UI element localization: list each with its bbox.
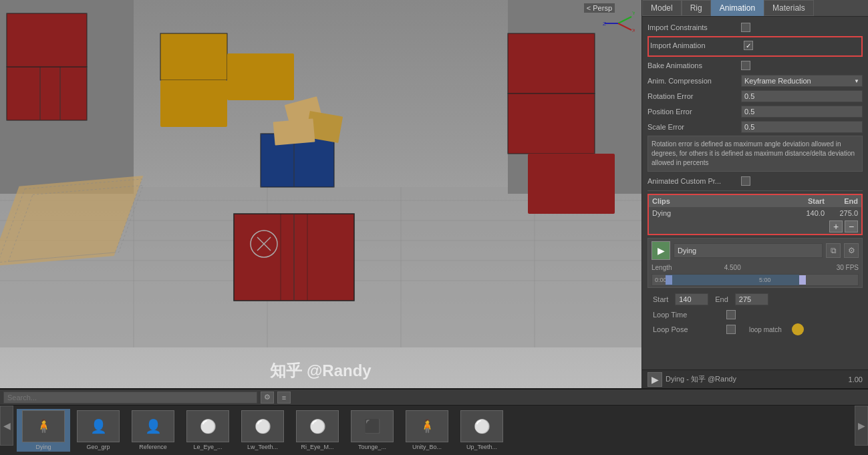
svg-rect-27 bbox=[273, 118, 315, 145]
bake-animations-row: Bake Animations bbox=[647, 59, 863, 72]
scale-error-label: Scale Error bbox=[647, 123, 741, 131]
asset-label-0: Dying bbox=[19, 444, 67, 450]
panel-play-button[interactable]: ▶ bbox=[647, 372, 662, 387]
import-animation-highlight: Import Animation bbox=[647, 36, 863, 57]
preview-play-button[interactable]: ▶ bbox=[652, 241, 670, 260]
clip-name: Dying bbox=[652, 209, 784, 217]
asset-label-4: Lw_Teeth... bbox=[239, 444, 287, 450]
import-constraints-checkbox[interactable] bbox=[741, 23, 750, 32]
position-error-label: Position Error bbox=[647, 108, 741, 116]
assets-prev-button[interactable]: ◀ bbox=[0, 406, 13, 446]
end-input[interactable] bbox=[735, 293, 768, 305]
anim-compression-dropdown[interactable]: Keyframe Reduction ▼ bbox=[741, 75, 863, 87]
loop-pose-checkbox[interactable] bbox=[726, 325, 736, 334]
asset-item-2[interactable]: 👤Reference bbox=[126, 409, 180, 452]
anim-compression-value: Keyframe Reduction bbox=[744, 77, 811, 85]
anim-compression-row: Anim. Compression Keyframe Reduction ▼ bbox=[647, 74, 863, 88]
asset-item-8[interactable]: ⚪Up_Teeth... bbox=[455, 409, 509, 452]
clip-start: 140.0 bbox=[784, 209, 825, 217]
loop-pose-row: Loop Pose loop match bbox=[647, 321, 863, 337]
import-animation-label: Import Animation bbox=[650, 41, 744, 49]
tab-animation[interactable]: Animation bbox=[711, 0, 764, 16]
asset-thumb-5: ⚪ bbox=[296, 410, 339, 442]
svg-rect-30 bbox=[508, 94, 595, 154]
scale-error-row: Scale Error bbox=[647, 120, 863, 134]
loop-time-label: Loop Time bbox=[653, 311, 720, 319]
clips-section: Clips Start End Dying 140.0 275.0 + − bbox=[647, 194, 863, 235]
animation-settings-button[interactable]: ⚙ bbox=[844, 243, 859, 258]
viewport-label: < Persp bbox=[584, 3, 615, 13]
asset-thumb-7: 🧍 bbox=[406, 410, 448, 442]
clip-end: 275.0 bbox=[825, 209, 858, 217]
tab-rig[interactable]: Rig bbox=[682, 0, 711, 16]
asset-item-5[interactable]: ⚪Ri_Eye_M... bbox=[291, 409, 344, 452]
add-clip-button[interactable]: + bbox=[829, 220, 843, 233]
assets-container: ◀ 🧍Dying👤Geo_grp👤Reference⚪Le_Eye_...⚪Lw… bbox=[0, 406, 868, 455]
asset-label-7: Unity_Bo... bbox=[403, 444, 451, 450]
asset-thumb-3: ⚪ bbox=[186, 410, 229, 442]
position-error-input[interactable] bbox=[741, 106, 863, 118]
clips-buttons: + − bbox=[649, 219, 861, 234]
rotation-error-label: Rotation Error bbox=[647, 92, 741, 100]
import-constraints-label: Import Constraints bbox=[647, 23, 741, 31]
asset-item-7[interactable]: 🧍Unity_Bo... bbox=[400, 409, 454, 452]
tab-model[interactable]: Model bbox=[642, 0, 682, 16]
asset-item-0[interactable]: 🧍Dying bbox=[17, 409, 70, 452]
animation-preview: ▶ ⧉ ⚙ Length 4.500 30 FPS 0:00 bbox=[647, 238, 863, 288]
timeline-end-marker[interactable] bbox=[799, 275, 806, 285]
info-box: Rotation error is defined as maximum ang… bbox=[647, 136, 863, 172]
asset-thumb-1: 👤 bbox=[77, 410, 120, 442]
animated-custom-prop-checkbox[interactable] bbox=[741, 176, 750, 186]
bottom-bar: ⚙ ≡ ◀ 🧍Dying👤Geo_grp👤Reference⚪Le_Eye_..… bbox=[0, 388, 868, 455]
tabs: Model Rig Animation Materials bbox=[642, 0, 868, 17]
timeline-start: 0:00 bbox=[655, 277, 667, 283]
timeline-end: 5:00 bbox=[759, 277, 771, 283]
timeline-bar[interactable]: 0:00 5:00 bbox=[652, 274, 859, 286]
bake-animations-checkbox[interactable] bbox=[741, 61, 750, 70]
remove-clip-button[interactable]: − bbox=[845, 220, 858, 233]
scale-error-input[interactable] bbox=[741, 121, 863, 133]
end-label: End bbox=[715, 295, 728, 303]
play-icon: ▶ bbox=[658, 245, 665, 256]
clips-row-dying[interactable]: Dying 140.0 275.0 bbox=[649, 207, 861, 219]
filter-button[interactable]: ⚙ bbox=[261, 392, 274, 404]
asset-item-4[interactable]: ⚪Lw_Teeth... bbox=[236, 409, 289, 452]
asset-item-3[interactable]: ⚪Le_Eye_... bbox=[181, 409, 235, 452]
asset-item-6[interactable]: ⬛Tounge_... bbox=[345, 409, 399, 452]
loop-match-label: loop match bbox=[749, 326, 782, 333]
search-input[interactable] bbox=[3, 392, 257, 404]
svg-rect-21 bbox=[227, 53, 294, 100]
svg-rect-16 bbox=[7, 13, 87, 67]
asset-label-5: Ri_Eye_M... bbox=[293, 444, 341, 450]
viewport-3d[interactable]: Y X Z < Persp 知乎 @Randy bbox=[0, 0, 641, 388]
import-animation-row: Import Animation bbox=[650, 39, 860, 52]
bake-animations-label: Bake Animations bbox=[647, 61, 741, 69]
asset-label-1: Geo_grp bbox=[74, 444, 122, 450]
anim-meta-row: Length 4.500 30 FPS bbox=[648, 263, 862, 273]
options-button[interactable]: ≡ bbox=[277, 392, 291, 404]
tab-materials[interactable]: Materials bbox=[764, 0, 814, 16]
start-input[interactable] bbox=[675, 293, 708, 305]
animation-copy-button[interactable]: ⧉ bbox=[826, 243, 841, 258]
asset-label-2: Reference bbox=[129, 444, 177, 450]
import-animation-checkbox[interactable] bbox=[744, 41, 753, 50]
loop-match-indicator bbox=[792, 323, 804, 335]
bottom-toolbar: ⚙ ≡ bbox=[0, 390, 868, 406]
fps-value: 30 FPS bbox=[791, 264, 859, 271]
import-constraints-row: Import Constraints bbox=[647, 21, 863, 34]
asset-item-1[interactable]: 👤Geo_grp bbox=[71, 409, 125, 452]
assets-next-button[interactable]: ▶ bbox=[855, 406, 868, 446]
animation-name-input[interactable] bbox=[674, 243, 823, 258]
divider-1 bbox=[647, 190, 863, 191]
asset-thumb-8: ⚪ bbox=[460, 410, 503, 442]
anim-preview-row: ▶ ⧉ ⚙ bbox=[648, 239, 862, 263]
panel-content: Import Constraints Import Animation Bake… bbox=[642, 17, 868, 369]
loop-time-row: Loop Time bbox=[647, 308, 863, 321]
svg-text:X: X bbox=[632, 27, 635, 33]
clips-header: Clips Start End bbox=[649, 195, 861, 207]
panel-status-label: Dying - 知乎 @Randy bbox=[666, 374, 736, 384]
loop-time-checkbox[interactable] bbox=[726, 310, 736, 319]
anim-compression-label: Anim. Compression bbox=[647, 77, 741, 85]
panel-fps: 1.00 bbox=[849, 375, 863, 384]
rotation-error-input[interactable] bbox=[741, 90, 863, 102]
